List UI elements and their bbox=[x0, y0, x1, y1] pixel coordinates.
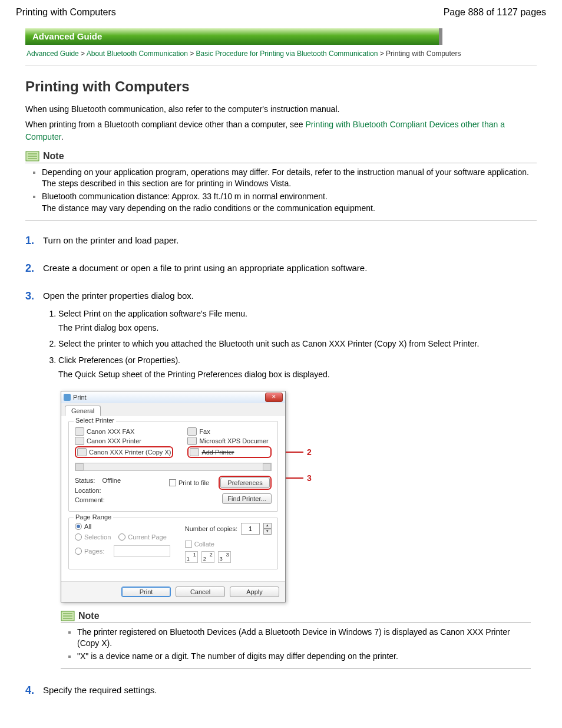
note-item-1b: The steps described in this section are … bbox=[42, 179, 291, 188]
callout-2: 2 bbox=[307, 447, 312, 457]
add-printer-item[interactable]: Add Printer bbox=[187, 446, 272, 458]
find-printer-button[interactable]: Find Printer... bbox=[222, 493, 272, 504]
location-label: Location: bbox=[75, 486, 121, 496]
breadcrumb-link-1[interactable]: Advanced Guide bbox=[27, 50, 79, 58]
copies-label: Number of copies: bbox=[185, 525, 237, 532]
note-label: Note bbox=[43, 151, 64, 162]
add-icon bbox=[190, 448, 199, 456]
preferences-button[interactable]: Preferences bbox=[220, 477, 270, 488]
pages-input[interactable] bbox=[114, 545, 170, 557]
print-button[interactable]: Print bbox=[121, 587, 171, 597]
step-4: 4. Specify the required settings. bbox=[25, 684, 537, 697]
note-item-2a: Bluetooth communication distance: Approx… bbox=[42, 192, 328, 201]
breadcrumb-sep: > bbox=[380, 50, 386, 58]
close-icon[interactable]: ✕ bbox=[265, 393, 283, 402]
printer-icon bbox=[75, 427, 84, 436]
step-2: 2. Create a document or open a file to p… bbox=[25, 262, 537, 275]
dialog-callouts: 2 3 bbox=[286, 391, 312, 483]
print-to-file-checkbox[interactable]: Print to file bbox=[169, 479, 209, 486]
inner-note-heading: Note bbox=[61, 611, 531, 623]
guide-bar: Advanced Guide bbox=[25, 28, 442, 45]
step-1: 1. Turn on the printer and load paper. bbox=[25, 235, 537, 247]
printer-item[interactable]: Fax bbox=[187, 427, 272, 436]
breadcrumb-current: Printing with Computers bbox=[386, 50, 461, 58]
copies-spinner[interactable]: ▴▾ bbox=[263, 523, 272, 535]
printer-icon bbox=[75, 437, 84, 445]
printer-item[interactable]: Canon XXX FAX bbox=[75, 427, 173, 436]
step-3: 3. Open the printer properties dialog bo… bbox=[25, 290, 537, 668]
printer-icon bbox=[187, 437, 197, 445]
printer-icon bbox=[64, 394, 71, 401]
header-right: Page 888 of 1127 pages bbox=[444, 7, 546, 18]
print-dialog: Print ✕ General Select Printer bbox=[61, 391, 286, 602]
breadcrumb-sep: > bbox=[81, 50, 87, 58]
breadcrumb-sep: > bbox=[190, 50, 196, 58]
substep-1: Select Print on the application software… bbox=[58, 308, 537, 334]
copies-input[interactable] bbox=[241, 523, 260, 535]
step-4-text: Specify the required settings. bbox=[43, 684, 157, 695]
collate-illustration: 11 22 33 bbox=[185, 551, 272, 563]
step-3-number: 3. bbox=[25, 290, 37, 302]
printer-item-selected[interactable]: Canon XXX Printer (Copy X) bbox=[75, 446, 173, 458]
step-1-text: Turn on the printer and load paper. bbox=[43, 235, 178, 245]
intro-paragraph-2: When printing from a Bluetooth compliant… bbox=[25, 118, 537, 143]
printer-item[interactable]: Microsoft XPS Documer bbox=[187, 437, 272, 445]
header-left: Printing with Computers bbox=[16, 7, 116, 18]
collate-checkbox: Collate bbox=[185, 541, 214, 548]
cancel-button[interactable]: Cancel bbox=[176, 587, 225, 597]
step-4-number: 4. bbox=[25, 684, 37, 697]
status-label: Status: bbox=[75, 477, 95, 484]
radio-selection: Selection bbox=[75, 533, 111, 541]
breadcrumb: Advanced Guide > About Bluetooth Communi… bbox=[25, 45, 537, 65]
step-1-number: 1. bbox=[25, 235, 37, 247]
step-3-text: Open the printer properties dialog box. bbox=[43, 290, 194, 301]
fax-icon bbox=[187, 427, 197, 436]
comment-label: Comment: bbox=[75, 495, 121, 505]
tab-general[interactable]: General bbox=[65, 406, 101, 416]
chevron-up-icon[interactable]: ▴ bbox=[263, 523, 272, 529]
horizontal-scrollbar[interactable] bbox=[75, 463, 272, 471]
note-icon bbox=[61, 611, 75, 621]
inner-note-2: "X" is a device name or a digit. The num… bbox=[77, 651, 398, 661]
printer-item[interactable]: Canon XXX Printer bbox=[75, 437, 173, 445]
note-icon bbox=[25, 151, 39, 162]
breadcrumb-link-3[interactable]: Basic Procedure for Printing via Bluetoo… bbox=[196, 50, 378, 58]
breadcrumb-link-2[interactable]: About Bluetooth Communication bbox=[87, 50, 188, 58]
substep-3: Click Preferences (or Properties). The Q… bbox=[58, 355, 537, 380]
group-title-select-printer: Select Printer bbox=[74, 417, 116, 424]
intro-paragraph-1: When using Bluetooth communication, also… bbox=[25, 103, 537, 115]
page-title: Printing with Computers bbox=[25, 78, 537, 95]
note-list: Depending on your application program, o… bbox=[25, 167, 537, 220]
inner-note-label: Note bbox=[78, 611, 100, 621]
apply-button[interactable]: Apply bbox=[230, 587, 279, 597]
inner-note-1: The printer registered on Bluetooth Devi… bbox=[77, 627, 510, 648]
dialog-titlebar[interactable]: Print ✕ bbox=[61, 391, 285, 403]
note-item-2b: The distance may vary depending on the r… bbox=[42, 203, 375, 213]
substep-2: Select the printer to which you attached… bbox=[58, 338, 537, 350]
status-value: Offline bbox=[102, 477, 121, 484]
group-page-range: Page Range All Selection Current Page bbox=[68, 518, 278, 569]
group-select-printer: Select Printer Canon XXX FAX Canon XXX P… bbox=[68, 421, 278, 512]
dialog-title: Print bbox=[73, 394, 87, 401]
note-heading: Note bbox=[25, 151, 537, 163]
group-title-page-range: Page Range bbox=[74, 513, 113, 521]
printer-icon bbox=[77, 448, 87, 456]
chevron-down-icon[interactable]: ▾ bbox=[263, 529, 272, 535]
radio-all[interactable]: All bbox=[75, 523, 91, 530]
step-2-text: Create a document or open a file to prin… bbox=[43, 262, 367, 273]
note-item-1a: Depending on your application program, o… bbox=[42, 167, 529, 177]
radio-pages: Pages: bbox=[75, 548, 104, 555]
callout-3: 3 bbox=[307, 473, 312, 483]
radio-current-page: Current Page bbox=[118, 533, 166, 541]
step-2-number: 2. bbox=[25, 262, 37, 275]
